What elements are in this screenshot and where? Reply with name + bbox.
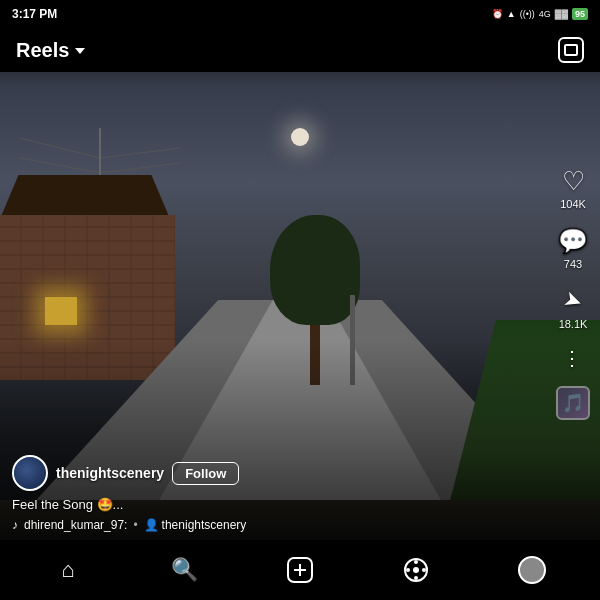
svg-point-13 [414,576,418,580]
music-album-art: 🎵 [556,386,590,420]
more-action[interactable]: ⋮ [562,346,584,370]
share-icon: ➤ [558,286,588,316]
music-thumbnail: 🎵 [556,386,590,420]
camera-button[interactable] [558,37,584,63]
reels-icon [403,557,429,583]
signal-bars: ▓▓ [555,9,568,19]
comment-count: 743 [564,258,582,270]
svg-line-0 [20,138,100,158]
svg-point-11 [413,567,419,573]
music-author: dhirend_kumar_97: [24,518,127,532]
more-dots-icon: ⋮ [562,346,584,370]
like-count: 104K [560,198,586,210]
tree-crown [270,215,360,325]
home-icon: ⌂ [61,557,74,583]
chevron-down-icon [75,48,85,54]
nav-home[interactable]: ⌂ [43,545,93,595]
wifi-icon: ((•)) [520,9,535,19]
search-icon: 🔍 [171,557,198,583]
app-header: Reels [0,28,600,72]
music-info-row: ♪ dhirend_kumar_97: • 👤 thenightscenery [12,518,538,532]
video-background: ♡ 104K 💬 743 ➤ 18.1K ⋮ [0,28,600,540]
svg-point-14 [406,568,410,572]
svg-point-15 [422,568,426,572]
person-icon: 👤 [144,518,159,532]
svg-point-12 [414,560,418,564]
video-caption: Feel the Song 🤩... [12,497,538,512]
avatar-image [14,457,46,489]
bottom-navigation: ⌂ 🔍 [0,540,600,600]
comment-action[interactable]: 💬 743 [558,226,588,270]
moon-element [291,128,309,146]
creator-name-text: thenightscenery [162,518,247,532]
house-roof [0,175,180,220]
battery-level: 95 [572,8,588,20]
music-note-icon: ♪ [12,518,18,532]
svg-line-1 [100,148,180,158]
nav-create[interactable] [275,545,325,595]
video-area[interactable]: ♡ 104K 💬 743 ➤ 18.1K ⋮ [0,28,600,540]
like-action[interactable]: ♡ 104K [558,166,588,210]
username-label[interactable]: thenightscenery [56,465,164,481]
status-bar: 3:17 PM ⏰ ▲ ((•)) 4G ▓▓ 95 [0,0,600,28]
status-icons: ⏰ ▲ ((•)) 4G ▓▓ 95 [492,8,588,20]
follow-button[interactable]: Follow [172,462,239,485]
phone-container: 3:17 PM ⏰ ▲ ((•)) 4G ▓▓ 95 Reels [0,0,600,600]
nav-profile[interactable] [507,545,557,595]
nav-reels[interactable] [391,545,441,595]
signal-icon: ▲ [507,9,516,19]
add-icon [286,556,314,584]
nav-search[interactable]: 🔍 [159,545,209,595]
action-buttons: ♡ 104K 💬 743 ➤ 18.1K ⋮ [556,166,590,420]
share-action[interactable]: ➤ 18.1K [558,286,588,330]
share-count: 18.1K [559,318,588,330]
header-title-group[interactable]: Reels [16,39,85,62]
heart-icon: ♡ [558,166,588,196]
user-info-row: thenightscenery Follow [12,455,538,491]
alarm-icon: ⏰ [492,9,503,19]
music-separator: • [133,518,137,532]
video-info-overlay: thenightscenery Follow Feel the Song 🤩..… [0,447,550,540]
data-icon: 4G [539,9,551,19]
status-time: 3:17 PM [12,7,57,21]
music-creator: 👤 thenightscenery [144,518,247,532]
comment-icon: 💬 [558,226,588,256]
reels-title: Reels [16,39,69,62]
user-avatar[interactable] [12,455,48,491]
profile-avatar [518,556,546,584]
